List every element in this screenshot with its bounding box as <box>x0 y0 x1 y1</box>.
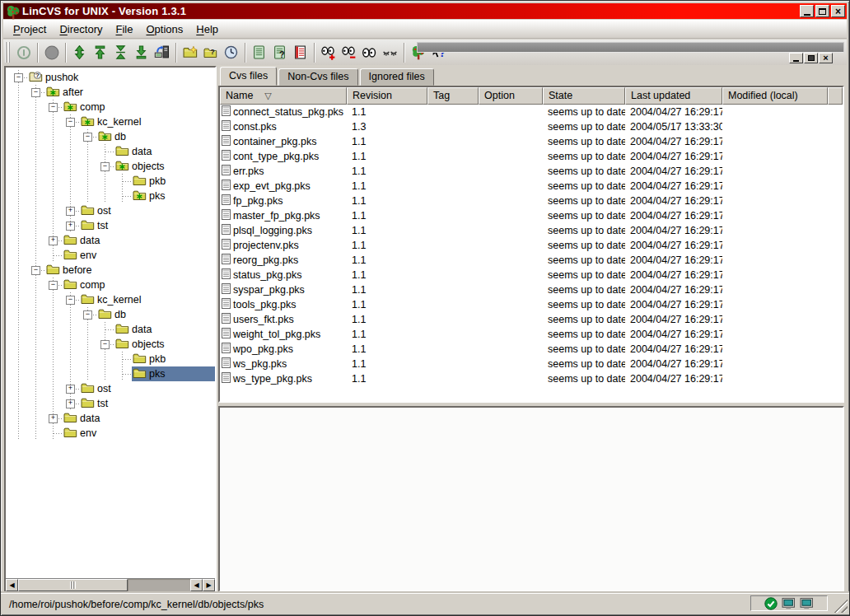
tree-item-content[interactable]: before <box>45 263 215 278</box>
interrupt-button[interactable] <box>13 41 34 63</box>
file-row-syspar_pkg.pks[interactable]: syspar_pkg.pks1.1seems up to date2004/04… <box>220 282 843 297</box>
watch-remove-button[interactable] <box>339 41 359 63</box>
tree-item-db[interactable]: − db <box>6 307 215 322</box>
watch-clock-button[interactable] <box>221 41 241 63</box>
menu-options[interactable]: Options <box>139 21 189 37</box>
file-row-const.pks[interactable]: const.pks1.3seems up to date2004/05/17 1… <box>220 119 843 134</box>
tree-expand-toggle[interactable]: + <box>66 222 75 231</box>
tree-expand-toggle[interactable]: − <box>100 340 110 349</box>
menu-project[interactable]: Project <box>7 21 53 37</box>
tree-expand-toggle[interactable]: + <box>66 207 75 216</box>
tree-item-content[interactable]: kc_kernel <box>80 114 215 129</box>
tree-expand-toggle[interactable]: − <box>31 88 40 97</box>
tree-expand-toggle[interactable]: − <box>66 118 75 127</box>
tree-item-objects[interactable]: − objects <box>6 159 215 174</box>
file-row-exp_evt_pkg.pks[interactable]: exp_evt_pkg.pks1.1seems up to date2004/0… <box>220 179 843 194</box>
menu-directory[interactable]: Directory <box>53 21 109 37</box>
file-row-weight_tol_pkg.pks[interactable]: weight_tol_pkg.pks1.1seems up to date200… <box>220 327 843 342</box>
tree-item-before[interactable]: − before <box>6 263 215 278</box>
tree-item-env[interactable]: env <box>6 426 215 441</box>
tree-expand-toggle[interactable]: + <box>66 399 75 408</box>
tree-item-pkb[interactable]: pkb <box>6 174 215 189</box>
scroll-left-button-2[interactable]: ◀ <box>190 579 203 591</box>
tab-non-cvs-files[interactable]: Non-Cvs files <box>278 68 357 86</box>
tree-item-kc_kernel[interactable]: − kc_kernel <box>6 114 215 129</box>
tree-item-content[interactable]: ?pushok <box>28 70 215 85</box>
file-row-err.pks[interactable]: err.pks1.1seems up to date2004/04/27 16:… <box>220 164 843 179</box>
column-header-modified-local-[interactable]: Modified (local) <box>722 87 828 105</box>
file-row-tools_pkg.pks[interactable]: tools_pkg.pks1.1seems up to date2004/04/… <box>220 297 843 312</box>
file-row-ws_type_pkg.pks[interactable]: ws_type_pkg.pks1.1seems up to date2004/0… <box>220 371 843 386</box>
folder-status-button[interactable]: ? <box>200 41 221 63</box>
tree-item-content[interactable]: db <box>97 129 215 144</box>
tree-item-ost[interactable]: + ost <box>6 203 215 218</box>
tree-item-comp[interactable]: − comp <box>6 278 215 292</box>
file-row-container_pkg.pks[interactable]: container_pkg.pks1.1seems up to date2004… <box>220 134 843 149</box>
scrollbar-thumb[interactable] <box>18 579 128 591</box>
tree-item-content[interactable]: data <box>114 322 215 337</box>
file-row-wpo_pkg.pks[interactable]: wpo_pkg.pks1.1seems up to date2004/04/27… <box>220 342 843 357</box>
tree-item-content[interactable]: data <box>114 144 215 159</box>
tab-cvs-files[interactable]: Cvs files <box>220 67 277 86</box>
file-row-master_fp_pkg.pks[interactable]: master_fp_pkg.pks1.1seems up to date2004… <box>220 208 843 223</box>
update-button[interactable] <box>69 41 90 63</box>
file-row-ws_pkg.pks[interactable]: ws_pkg.pks1.1seems up to date2004/04/27 … <box>220 357 843 371</box>
column-header-name[interactable]: Name▽ <box>220 87 347 105</box>
tab-ignored-files[interactable]: Ignored files <box>360 68 434 86</box>
tree-item-content[interactable]: ost <box>80 381 215 396</box>
file-row-fp_pkg.pks[interactable]: fp_pkg.pks1.1seems up to date2004/04/27 … <box>220 194 843 208</box>
tree-item-objects[interactable]: − objects <box>6 337 215 352</box>
tree-item-data[interactable]: + data <box>6 233 215 248</box>
tree-item-pks[interactable]: pks <box>6 189 215 203</box>
log-options-button[interactable]: ? <box>269 41 290 63</box>
tree-horizontal-scrollbar[interactable]: ◀ ◀ ▶ <box>6 578 215 591</box>
tree-expand-toggle[interactable]: − <box>83 133 92 142</box>
file-row-projectenv.pks[interactable]: projectenv.pks1.1seems up to date2004/04… <box>220 238 843 253</box>
minimize-button[interactable] <box>800 5 814 17</box>
tree-item-after[interactable]: − after <box>6 85 215 100</box>
watch-add-button[interactable] <box>318 41 339 63</box>
tree-item-env[interactable]: env <box>6 248 215 263</box>
tree-item-ost[interactable]: + ost <box>6 381 215 396</box>
column-header-state[interactable]: State <box>543 87 625 105</box>
merge-button[interactable] <box>110 41 131 63</box>
menu-file[interactable]: File <box>109 21 139 37</box>
tree-item-kc_kernel[interactable]: − kc_kernel <box>6 292 215 307</box>
tree-item-tst[interactable]: + tst <box>6 396 215 411</box>
tree-item-content[interactable]: ost <box>80 203 215 218</box>
tree-item-content[interactable]: pks <box>132 189 215 203</box>
annotate-button[interactable] <box>290 41 311 63</box>
tree-item-content[interactable]: kc_kernel <box>80 292 215 307</box>
child-close-button[interactable]: × <box>819 53 833 63</box>
file-row-connect_status_pkg.pks[interactable]: connect_status_pkg.pks1.1seems up to dat… <box>220 105 843 119</box>
tree-item-data[interactable]: + data <box>6 411 215 426</box>
column-header-option[interactable]: Option <box>479 87 543 105</box>
file-row-status_pkg.pks[interactable]: status_pkg.pks1.1seems up to date2004/04… <box>220 268 843 282</box>
tree-expand-toggle[interactable]: − <box>49 281 58 290</box>
log-button[interactable] <box>249 41 269 63</box>
child-minimize-button[interactable] <box>789 53 803 63</box>
menu-help[interactable]: Help <box>189 21 225 37</box>
maximize-button[interactable] <box>815 5 829 17</box>
tree-item-content[interactable]: tst <box>80 218 215 233</box>
tree-item-content[interactable]: objects <box>114 159 215 174</box>
scroll-right-button[interactable]: ▶ <box>203 579 215 591</box>
tree-expand-toggle[interactable]: + <box>49 414 58 423</box>
file-row-reorg_pkg.pks[interactable]: reorg_pkg.pks1.1seems up to date2004/04/… <box>220 253 843 268</box>
file-row-plsql_logging.pks[interactable]: plsql_logging.pks1.1seems up to date2004… <box>220 223 843 238</box>
child-restore-button[interactable] <box>804 53 818 63</box>
tree-item-content[interactable]: env <box>63 248 215 263</box>
new-folder-button[interactable] <box>180 41 200 63</box>
tree-item-content[interactable]: pkb <box>132 352 215 366</box>
tree-item-content[interactable]: data <box>63 411 215 426</box>
tree-expand-toggle[interactable]: + <box>49 236 58 245</box>
tree-expand-toggle[interactable]: − <box>31 266 40 275</box>
column-header-last-updated[interactable]: Last updated <box>625 87 722 105</box>
column-header-revision[interactable]: Revision <box>347 87 427 105</box>
scrollbar-track[interactable] <box>128 579 190 591</box>
tree-item-comp[interactable]: − comp <box>6 100 215 114</box>
tree-item-data[interactable]: data <box>6 144 215 159</box>
watchers-button[interactable] <box>359 41 380 63</box>
tree-expand-toggle[interactable]: − <box>49 103 58 112</box>
server-connect-button[interactable] <box>152 41 172 63</box>
